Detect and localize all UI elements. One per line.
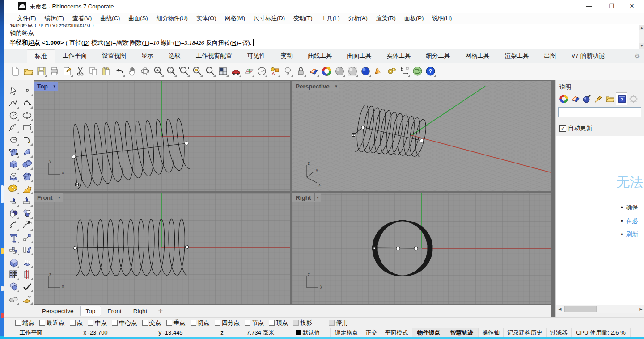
osnap-item[interactable]: 垂点 — [166, 319, 186, 327]
osnap-item[interactable]: 点 — [70, 319, 83, 327]
menu-d[interactable]: 尺寸标注(D) — [250, 13, 288, 24]
arc-tool-icon[interactable] — [8, 122, 19, 133]
help-horizontal-scrollbar[interactable]: ◀ ▶ — [556, 305, 644, 313]
sphere-pair-tool-icon[interactable] — [22, 159, 33, 170]
box-tool-icon[interactable] — [8, 159, 19, 170]
osnap-item[interactable]: 顶点 — [269, 319, 288, 327]
viewport-menu-arrow-icon[interactable]: ▼ — [56, 193, 63, 201]
viewport-title-top[interactable]: Top▼ — [34, 82, 58, 91]
trim-tool-icon[interactable] — [8, 196, 19, 207]
polygon-tool-icon[interactable] — [8, 135, 19, 146]
menu-s[interactable]: 曲面(S) — [125, 13, 151, 24]
cylinder-tool-icon[interactable] — [8, 172, 19, 182]
group-tool-icon[interactable] — [8, 281, 19, 292]
shaded-wedge-icon[interactable] — [308, 65, 320, 77]
move-car-icon[interactable] — [230, 65, 242, 77]
scroll-left-icon[interactable]: ◀ — [556, 305, 564, 313]
check-select-tool-icon[interactable] — [22, 281, 33, 292]
status-cell-8[interactable]: 平面模式 — [381, 328, 412, 337]
page-tab-top[interactable]: Top — [80, 306, 102, 316]
copy-icon[interactable] — [87, 65, 99, 77]
status-cell-9[interactable]: 物件锁点 — [412, 328, 445, 337]
help-icon[interactable]: ? — [424, 65, 436, 77]
stones-tool-icon[interactable] — [8, 294, 19, 305]
control-point[interactable] — [72, 155, 76, 159]
command-scrollbar[interactable]: ▲ ▼ — [639, 25, 644, 49]
menu-o[interactable]: 实体(O) — [193, 13, 220, 24]
dot-circles-tool-icon[interactable] — [22, 208, 33, 219]
menu-r[interactable]: 渲染(R) — [373, 13, 399, 24]
control-point[interactable] — [414, 247, 418, 250]
fillet-curve-tool-icon[interactable] — [8, 220, 19, 231]
ribbon-tab-3[interactable]: 显示 — [134, 49, 161, 63]
control-point[interactable] — [185, 245, 189, 249]
ribbon-tab-8[interactable]: 曲线工具 — [301, 49, 340, 63]
ribbon-tab-0[interactable]: 标准 — [27, 49, 55, 63]
osnap-item[interactable]: 停用 — [329, 319, 348, 327]
surface-patch-tool-icon[interactable] — [22, 172, 33, 182]
osnap-checkbox-12[interactable] — [329, 320, 335, 326]
command-prompt[interactable]: 半径和起点 <1.000> ( 直径(D) 模式(M)=圈数 圈数(T)=10 … — [10, 39, 254, 47]
curve-interpolate-tool-icon[interactable] — [22, 98, 33, 109]
zoom-selected-icon[interactable] — [191, 65, 203, 77]
array-rect-tool-icon[interactable] — [8, 245, 19, 255]
polyline-tool-icon[interactable] — [8, 98, 19, 109]
viewport-title-right[interactable]: Right▼ — [292, 193, 321, 202]
cut-icon[interactable] — [74, 65, 86, 77]
status-cell-10[interactable]: 智慧轨迹 — [445, 328, 479, 337]
ribbon-tab-5[interactable]: 工作视窗配置 — [188, 49, 240, 63]
viewport-front[interactable]: zxFront▼ — [34, 193, 290, 304]
osnap-item[interactable]: 中点 — [88, 319, 107, 327]
sphere-rendered-icon[interactable] — [360, 65, 372, 77]
osnap-item[interactable]: 端点 — [15, 319, 34, 327]
osnap-checkbox-5[interactable] — [142, 320, 148, 326]
cplane-icon[interactable] — [243, 65, 255, 77]
status-cell-11[interactable]: 操作轴 — [479, 328, 504, 337]
cone-light-icon[interactable] — [373, 65, 385, 77]
zoom-dynamic-icon[interactable] — [152, 65, 164, 77]
osnap-checkbox-7[interactable] — [191, 320, 196, 326]
viewport-menu-arrow-icon[interactable]: ▼ — [51, 82, 58, 90]
osnap-checkbox-4[interactable] — [112, 320, 118, 326]
ribbon-tab-14[interactable]: 出图 — [537, 49, 564, 63]
control-point[interactable] — [396, 247, 400, 250]
command-area[interactable]: 轴的起点 ( 垂直(V) 环绕曲线(A) ) 轴的终点 半径和起点 <1.000… — [4, 24, 644, 50]
zoom-window-icon[interactable] — [165, 65, 177, 77]
menu-m[interactable]: 网格(M) — [221, 13, 249, 24]
control-point[interactable] — [420, 139, 424, 142]
panel-tab-folder-icon[interactable] — [604, 93, 616, 105]
viewport-title-perspective[interactable]: Perspective▼ — [292, 82, 339, 91]
control-point[interactable] — [73, 246, 77, 250]
scroll-down-icon[interactable]: ▼ — [639, 43, 644, 49]
ribbon-tab-10[interactable]: 实体工具 — [379, 49, 419, 63]
status-cell-7[interactable]: 正交 — [362, 328, 381, 337]
edit-document-icon[interactable] — [61, 65, 73, 77]
panel-tab-gear-gray-icon[interactable] — [627, 93, 639, 105]
extrude-tool-icon[interactable] — [22, 257, 33, 268]
control-point[interactable] — [185, 142, 188, 145]
control-point[interactable] — [361, 126, 365, 129]
status-cell-12[interactable]: 记录建构历史 — [504, 328, 547, 337]
help-link[interactable]: 刷新 — [621, 230, 638, 239]
osnap-checkbox-11[interactable] — [293, 320, 299, 326]
osnap-item[interactable]: 四分点 — [215, 319, 240, 327]
viewport-canvas-perspective[interactable]: zyx — [292, 81, 551, 191]
status-cell-13[interactable]: 过滤器 — [547, 328, 572, 337]
zoom-extents-icon[interactable] — [178, 65, 190, 77]
page-tab-right[interactable]: Right — [128, 306, 153, 316]
osnap-item[interactable]: 投影 — [293, 319, 312, 327]
menu-u[interactable]: 细分物件(U) — [153, 13, 191, 24]
split-tool-icon[interactable] — [22, 196, 33, 207]
sphere-shaded-icon[interactable] — [334, 65, 346, 77]
menu-p[interactable]: 面板(P) — [401, 13, 427, 24]
auto-update-row[interactable]: ✓ 自动更新 — [559, 124, 592, 132]
ribbon-tab-2[interactable]: 设置视图 — [94, 49, 134, 63]
ribbon-tab-4[interactable]: 选取 — [161, 49, 188, 63]
viewport-layout-icon[interactable] — [217, 65, 229, 77]
color-wheel-icon[interactable] — [321, 65, 333, 77]
menu-h[interactable]: 说明(H) — [428, 13, 455, 24]
menu-l[interactable]: 工具(L) — [318, 13, 343, 24]
osnap-checkbox-3[interactable] — [88, 320, 93, 326]
viewport-title-front[interactable]: Front▼ — [34, 193, 63, 202]
status-cell-1[interactable]: x -23.700 — [58, 328, 133, 337]
